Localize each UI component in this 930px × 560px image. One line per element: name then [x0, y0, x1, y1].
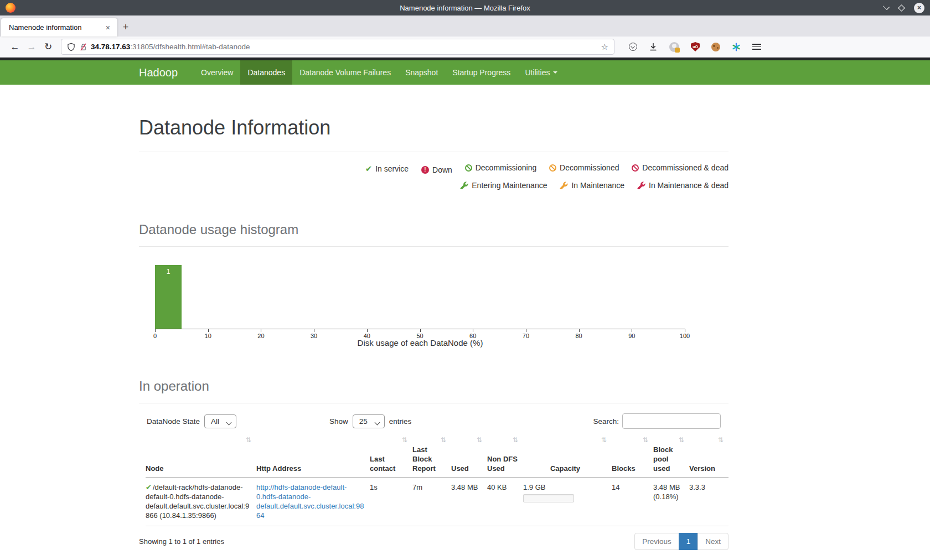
- check-icon: ✔: [365, 161, 373, 177]
- legend-entering-maintenance: Entering Maintenance: [460, 178, 547, 193]
- cell-http-address: http://hdfs-datanode-default-0.hdfs-data…: [256, 477, 370, 526]
- window-close-icon[interactable]: ×: [914, 3, 924, 13]
- window-minimize-icon[interactable]: [883, 3, 890, 10]
- sort-icon[interactable]: ⇅: [643, 436, 648, 445]
- wrench-icon: [460, 181, 468, 189]
- ban-icon: [549, 164, 556, 172]
- entries-label: entries: [389, 417, 412, 426]
- col-header-node[interactable]: ⇅Node: [146, 434, 256, 477]
- reload-icon[interactable]: ↻: [40, 41, 56, 53]
- url-path: :31805/dfshealth.html#tab-datanode: [130, 43, 250, 51]
- wrench-icon: [637, 181, 645, 189]
- cell-last-contact: 1s: [370, 477, 412, 526]
- datanodes-table: ⇅Node Http Address ⇅Last contact ⇅Last B…: [146, 434, 728, 526]
- table-controls: DataNode State All Show 25 entries Searc…: [139, 413, 728, 429]
- wrench-icon: [560, 181, 568, 189]
- sort-icon[interactable]: ⇅: [246, 436, 251, 445]
- cookie-icon[interactable]: [711, 43, 720, 51]
- col-header-block-pool-used[interactable]: ⇅Block pool used: [653, 434, 689, 477]
- divider: [139, 403, 728, 403]
- sort-icon[interactable]: ⇅: [477, 436, 482, 445]
- datanode-state-label: DataNode State: [147, 417, 200, 426]
- forward-icon[interactable]: →: [23, 42, 40, 53]
- cell-blocks: 14: [612, 477, 653, 526]
- show-label: Show: [329, 417, 348, 426]
- col-header-blocks[interactable]: ⇅Blocks: [612, 434, 653, 477]
- tab-title: Namenode information: [9, 23, 104, 32]
- col-header-used[interactable]: ⇅Used: [451, 434, 487, 477]
- table-footer: Showing 1 to 1 of 1 entries Previous 1 N…: [139, 533, 728, 550]
- extension-icon[interactable]: [669, 42, 679, 52]
- pagination-next-button[interactable]: Next: [698, 533, 728, 550]
- url-bar[interactable]: 34.78.17.63:31805/dfshealth.html#tab-dat…: [61, 39, 614, 55]
- col-header-last-block-report[interactable]: ⇅Last Block Report: [412, 434, 451, 477]
- cell-non-dfs-used: 40 KB: [487, 477, 523, 526]
- legend-decommissioning: Decommissioning: [465, 160, 536, 175]
- page-length-select[interactable]: 25: [353, 414, 385, 428]
- pagination-page-1-button[interactable]: 1: [679, 533, 699, 550]
- cell-version: 3.3.3: [689, 477, 728, 526]
- ban-icon: [632, 164, 639, 172]
- sort-icon[interactable]: ⇅: [601, 436, 607, 445]
- ban-icon: [465, 164, 472, 172]
- showing-entries-text: Showing 1 to 1 of 1 entries: [139, 537, 224, 546]
- url-text: 34.78.17.63:31805/dfshealth.html#tab-dat…: [91, 43, 250, 51]
- check-icon: ✔: [146, 483, 152, 491]
- back-icon[interactable]: ←: [7, 42, 23, 53]
- col-header-non-dfs-used[interactable]: ⇅Non DFS Used: [487, 434, 523, 477]
- legend-decommissioned: Decommissioned: [549, 160, 619, 175]
- nav-item-overview[interactable]: Overview: [194, 60, 240, 85]
- sort-icon[interactable]: ⇅: [441, 436, 446, 445]
- col-header-version[interactable]: ⇅Version: [689, 434, 728, 477]
- sort-icon[interactable]: ⇅: [513, 436, 518, 445]
- browser-tab[interactable]: Namenode information ×: [1, 18, 117, 37]
- hadoop-navbar: Hadoop Overview Datanodes Datanode Volum…: [0, 60, 930, 85]
- capacity-progress-bar: [523, 494, 574, 502]
- legend-in-maintenance: In Maintenance: [560, 178, 624, 193]
- sort-icon[interactable]: ⇅: [718, 436, 724, 445]
- nav-item-datanodes[interactable]: Datanodes: [240, 60, 292, 85]
- browser-titlebar: Namenode information — Mozilla Firefox ×: [0, 0, 930, 15]
- cell-block-pool-used: 3.48 MB (0.18%): [653, 477, 689, 526]
- datanode-state-legend: ✔In service !Down Decommissioning Decomm…: [139, 160, 728, 194]
- sparkle-extension-icon[interactable]: [732, 43, 741, 51]
- datanode-state-select[interactable]: All: [204, 414, 236, 428]
- pagination: Previous 1 Next: [634, 533, 728, 550]
- new-tab-button[interactable]: +: [117, 18, 134, 37]
- search-input[interactable]: [622, 413, 721, 429]
- chevron-down-icon: [553, 71, 557, 74]
- sort-icon[interactable]: ⇅: [402, 436, 407, 445]
- cell-capacity: 1.9 GB: [523, 477, 612, 526]
- table-header-row: ⇅Node Http Address ⇅Last contact ⇅Last B…: [146, 434, 728, 477]
- nav-item-snapshot[interactable]: Snapshot: [398, 60, 445, 85]
- menu-hamburger-icon[interactable]: [752, 44, 761, 50]
- nav-item-utilities[interactable]: Utilities: [518, 60, 564, 85]
- cell-node: ✔/default-rack/hdfs-datanode-default-0.h…: [146, 477, 256, 526]
- nav-item-startup-progress[interactable]: Startup Progress: [445, 60, 518, 85]
- col-header-capacity[interactable]: ⇅Capacity: [523, 434, 612, 477]
- bookmark-star-icon[interactable]: ☆: [601, 42, 608, 52]
- shield-icon[interactable]: [67, 43, 75, 51]
- legend-in-maintenance-dead: In Maintenance & dead: [637, 178, 728, 193]
- navbar-brand[interactable]: Hadoop: [139, 66, 186, 79]
- page-title: Datanode Information: [139, 116, 728, 139]
- window-maximize-icon[interactable]: [898, 4, 905, 12]
- pagination-previous-button[interactable]: Previous: [634, 533, 679, 550]
- datanode-http-link[interactable]: http://hdfs-datanode-default-0.hdfs-data…: [256, 483, 364, 520]
- histogram-bar: 1: [155, 265, 182, 329]
- download-icon[interactable]: [649, 43, 658, 51]
- ublock-shield-icon[interactable]: uO: [691, 42, 700, 51]
- col-header-last-contact[interactable]: ⇅Last contact: [370, 434, 412, 477]
- nav-item-datanode-volume-failures[interactable]: Datanode Volume Failures: [292, 60, 398, 85]
- search-label: Search:: [593, 417, 619, 426]
- legend-down: !Down: [421, 162, 452, 178]
- cell-last-block-report: 7m: [412, 477, 451, 526]
- divider: [139, 152, 728, 152]
- insecure-lock-icon[interactable]: [79, 43, 87, 51]
- histogram-section-title: Datanode usage histogram: [139, 222, 728, 237]
- pocket-icon[interactable]: [629, 43, 637, 51]
- sort-icon[interactable]: ⇅: [679, 436, 684, 445]
- histogram-x-axis-label: Disk usage of each DataNode (%): [155, 338, 685, 348]
- tab-close-icon[interactable]: ×: [104, 23, 112, 32]
- url-host: 34.78.17.63: [91, 43, 130, 51]
